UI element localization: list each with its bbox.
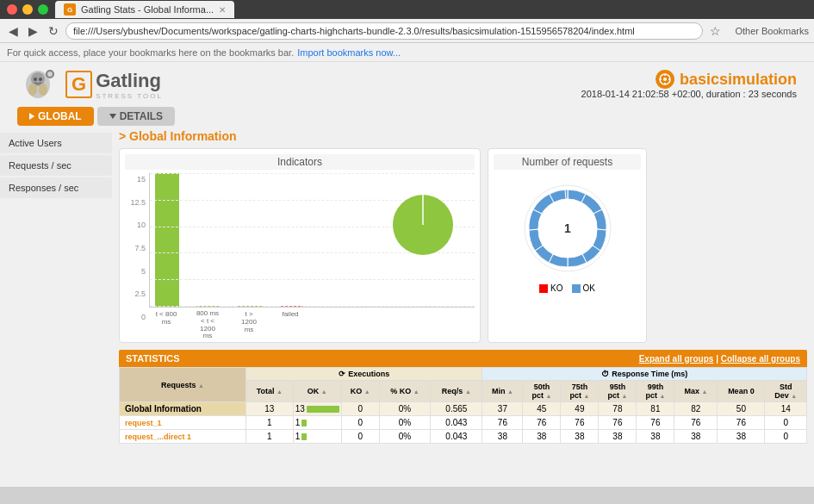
tabs-bar: GLOBAL DETAILS — [0, 107, 814, 126]
bookmark-star-icon[interactable]: ☆ — [706, 22, 724, 40]
y-label-10: 10 — [137, 221, 146, 229]
row-r1-ko: 0 — [341, 416, 379, 430]
row-r1-max: 76 — [674, 416, 718, 430]
bars-container — [149, 173, 475, 308]
th-requests: Requests ▲ — [120, 368, 246, 402]
close-button[interactable] — [7, 4, 17, 15]
stats-header: STATISTICS Expand all groups | Collapse … — [119, 350, 807, 367]
maximize-button[interactable] — [38, 4, 48, 15]
tab-close-icon[interactable]: ✕ — [219, 5, 226, 15]
row-r2-link[interactable]: request_...direct 1 — [125, 432, 191, 441]
simulation-info: basicsimulation 2018-01-14 21:02:58 +02:… — [581, 70, 797, 99]
row-global-mean: 50 — [718, 402, 765, 416]
logo-stress-tool: STRESS TOOL — [96, 92, 163, 100]
tab-favicon: G — [64, 3, 76, 16]
minimize-button[interactable] — [22, 4, 33, 15]
donut-area: 1 KO OK — [494, 173, 641, 296]
th-ok: OK ▲ — [293, 381, 341, 402]
row-r2-p95: 38 — [599, 430, 637, 444]
row-r2-p75: 38 — [561, 430, 599, 444]
th-max: Max ▲ — [674, 381, 718, 402]
collapse-link[interactable]: Collapse all groups — [721, 354, 800, 364]
y-label-0: 0 — [141, 313, 146, 321]
row-global-ok: 13 — [293, 402, 341, 416]
sidebar-item-requests-sec[interactable]: Requests / sec — [0, 155, 112, 176]
table-row-r2: request_...direct 1 1 1 0 — [120, 430, 807, 444]
row-global-req-s: 0.565 — [431, 402, 482, 416]
bar-group-4 — [279, 306, 303, 307]
row-r1-std-dev: 0 — [765, 416, 807, 430]
stats-expand-collapse: Expand all groups | Collapse all groups — [639, 354, 800, 364]
svg-point-3 — [39, 84, 47, 96]
main-content: Global Information Indicators 15 12.5 10… — [112, 129, 814, 451]
simulation-date: 2018-01-14 21:02:58 +02:00, duration : 2… — [581, 89, 797, 99]
page-content: G Gatling STRESS TOOL — [0, 62, 814, 487]
donut-center-label: 1 — [564, 221, 571, 235]
row-r1-name: request_1 — [120, 416, 246, 430]
row-r1-ok-bar — [301, 420, 307, 426]
content-area: Active Users Requests / sec Responses / … — [0, 129, 814, 451]
chart-body: t < 800 ms 800 ms < t <1200 ms t > 1200 … — [149, 173, 475, 337]
row-r1-link[interactable]: request_1 — [125, 419, 162, 427]
browser-tab[interactable]: G Gatling Stats - Global Informa... ✕ — [55, 1, 234, 18]
bars-group — [155, 173, 303, 307]
row-r2-pct-ko: 0% — [379, 430, 430, 444]
simulation-icon — [656, 70, 674, 89]
row-r2-req-s: 0.043 — [431, 430, 482, 444]
th-pct-ko: % KO ▲ — [379, 381, 430, 402]
donut-svg: 1 — [516, 177, 619, 280]
x-label-4: failed — [278, 310, 302, 340]
indicators-chart-title: Indicators — [125, 154, 475, 170]
legend-ko-label: KO — [550, 283, 562, 293]
section-title: Global Information — [119, 129, 807, 143]
bar-chart-area: 15 12.5 10 7.5 5 2.5 0 — [125, 173, 475, 337]
bar-2 — [196, 306, 221, 307]
other-bookmarks-label: Other Bookmarks — [735, 26, 809, 36]
row-global-min: 37 — [482, 402, 523, 416]
back-button[interactable]: ◀ — [5, 22, 22, 40]
tab-global[interactable]: GLOBAL — [17, 107, 94, 126]
gatling-mascot-icon — [17, 67, 59, 102]
sidebar-item-responses-sec[interactable]: Responses / sec — [0, 177, 112, 198]
y-label-7.5: 7.5 — [134, 244, 146, 252]
forward-button[interactable]: ▶ — [25, 22, 41, 40]
tab-details[interactable]: DETAILS — [97, 107, 175, 126]
tab-global-arrow — [29, 113, 34, 120]
expand-link[interactable]: Expand all groups — [639, 354, 714, 364]
pie-chart-area — [388, 190, 457, 262]
bar-group-3 — [238, 306, 262, 307]
resp-label: Response Time (ms) — [612, 370, 687, 378]
th-mean: Mean 0 — [718, 381, 765, 402]
sidebar-item-active-users[interactable]: Active Users — [0, 133, 112, 153]
legend-ko: KO — [539, 283, 562, 293]
bar-3 — [238, 306, 262, 307]
requests-chart: Number of requests — [488, 148, 647, 343]
tab-details-arrow — [109, 114, 116, 119]
x-label-2: 800 ms < t <1200 ms — [196, 310, 220, 340]
resp-icon: ⏱ — [601, 370, 609, 378]
legend-ok-label: OK — [583, 283, 595, 293]
charts-row: Indicators 15 12.5 10 7.5 5 2.5 0 — [119, 148, 807, 343]
import-bookmarks-link[interactable]: Import bookmarks now... — [297, 47, 401, 58]
simulation-name-row: basicsimulation — [581, 70, 797, 89]
refresh-button[interactable]: ↻ — [45, 22, 62, 40]
row-r1-p50: 76 — [523, 416, 561, 430]
y-label-12.5: 12.5 — [130, 198, 146, 207]
page-header: G Gatling STRESS TOOL — [0, 62, 814, 107]
th-std-dev: StdDev ▲ — [765, 381, 807, 402]
row-global-name: Global Information — [120, 402, 246, 416]
table-row-global: Global Information 13 13 0 0% — [120, 402, 807, 416]
row-global-std-dev: 14 — [765, 402, 807, 416]
exec-label: Executions — [348, 370, 389, 378]
row-global-p99: 81 — [637, 402, 674, 416]
row-r1-min: 76 — [482, 416, 523, 430]
address-bar[interactable] — [65, 22, 703, 40]
statistics-section: STATISTICS Expand all groups | Collapse … — [119, 350, 807, 444]
legend-ok-color — [572, 284, 581, 293]
requests-chart-title: Number of requests — [494, 154, 641, 170]
y-label-5: 5 — [141, 267, 146, 276]
row-r2-min: 38 — [482, 430, 523, 444]
svg-point-9 — [663, 78, 667, 81]
row-r1-total: 1 — [245, 416, 293, 430]
row-r2-ok-bar — [301, 433, 307, 440]
